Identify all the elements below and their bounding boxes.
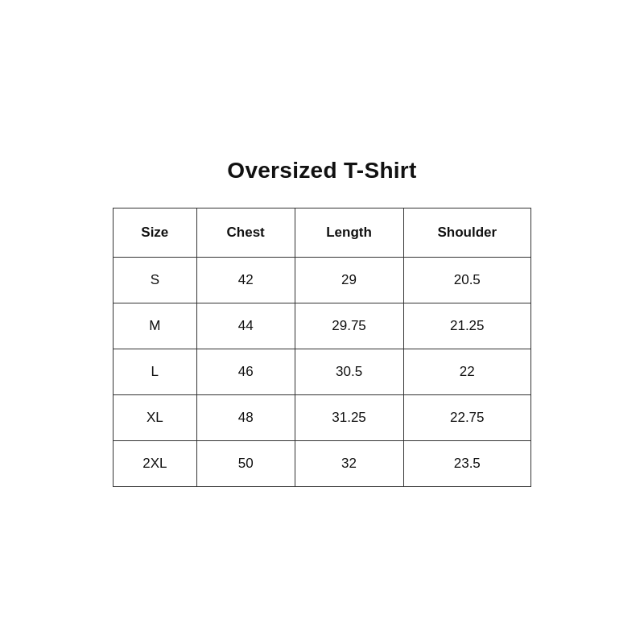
cell-r2-c3: 22	[403, 349, 530, 394]
cell-r4-c2: 32	[295, 440, 403, 486]
cell-r1-c1: 44	[196, 303, 295, 349]
cell-r1-c3: 21.25	[403, 303, 530, 349]
cell-r3-c3: 22.75	[403, 394, 530, 440]
header-shoulder: Shoulder	[403, 208, 530, 257]
table-row: L4630.522	[114, 349, 531, 394]
table-row: M4429.7521.25	[114, 303, 531, 349]
header-size: Size	[114, 208, 197, 257]
cell-r0-c2: 29	[295, 257, 403, 303]
cell-r0-c3: 20.5	[403, 257, 530, 303]
header-chest: Chest	[196, 208, 295, 257]
cell-r0-c0: S	[114, 257, 197, 303]
cell-r4-c3: 23.5	[403, 440, 530, 486]
header-length: Length	[295, 208, 403, 257]
cell-r4-c0: 2XL	[114, 440, 197, 486]
cell-r1-c0: M	[114, 303, 197, 349]
cell-r2-c1: 46	[196, 349, 295, 394]
cell-r3-c1: 48	[196, 394, 295, 440]
cell-r2-c2: 30.5	[295, 349, 403, 394]
page-title: Oversized T-Shirt	[227, 158, 416, 184]
cell-r3-c0: XL	[114, 394, 197, 440]
table-row: 2XL503223.5	[114, 440, 531, 486]
cell-r0-c1: 42	[196, 257, 295, 303]
table-row: S422920.5	[114, 257, 531, 303]
page-container: Oversized T-Shirt Size Chest Length Shou…	[113, 158, 531, 487]
cell-r4-c1: 50	[196, 440, 295, 486]
table-row: XL4831.2522.75	[114, 394, 531, 440]
cell-r2-c0: L	[114, 349, 197, 394]
cell-r1-c2: 29.75	[295, 303, 403, 349]
cell-r3-c2: 31.25	[295, 394, 403, 440]
table-header-row: Size Chest Length Shoulder	[114, 208, 531, 257]
size-chart-table: Size Chest Length Shoulder S422920.5M442…	[113, 208, 531, 487]
